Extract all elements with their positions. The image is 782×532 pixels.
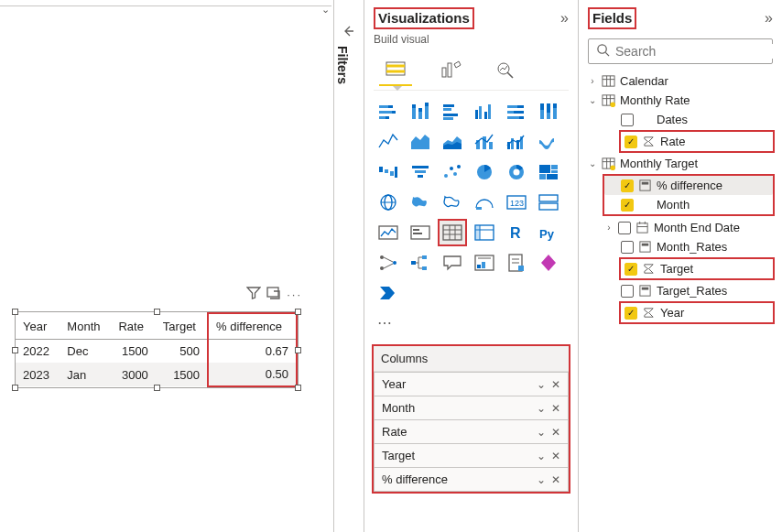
field-dates[interactable]: Dates: [584, 110, 777, 129]
viz-card-icon[interactable]: 123: [502, 189, 531, 216]
field-month-end-date[interactable]: › Month End Date: [584, 218, 777, 237]
expand-left-icon[interactable]: [342, 24, 356, 41]
collapse-icon[interactable]: ⌄: [588, 95, 597, 105]
viz-ribbon-icon[interactable]: [534, 128, 563, 156]
col-month[interactable]: Month: [60, 313, 111, 340]
field-well-item[interactable]: Year⌄✕: [374, 372, 569, 396]
svg-point-56: [453, 172, 457, 176]
col-pct-difference[interactable]: % difference: [208, 313, 297, 340]
col-year[interactable]: Year: [16, 313, 60, 340]
col-rate[interactable]: Rate: [111, 313, 155, 340]
field-target-rates[interactable]: Target_Rates: [584, 281, 777, 300]
viz-stacked-column-icon[interactable]: [406, 98, 435, 125]
viz-azure-map-icon[interactable]: [438, 189, 467, 216]
collapse-pane-icon[interactable]: [560, 10, 569, 27]
field-pct-difference[interactable]: ✓ % difference: [604, 176, 773, 195]
viz-line-clustered-column-icon[interactable]: [502, 128, 531, 156]
cell-target: 1500: [156, 363, 208, 386]
report-canvas[interactable]: ⌄ ··· Year Month Rate Target % differenc…: [0, 0, 331, 532]
collapse-icon[interactable]: ⌄: [588, 158, 597, 168]
tab-analytics[interactable]: [489, 53, 522, 86]
viz-filled-map-icon[interactable]: [406, 189, 435, 216]
viz-line-icon[interactable]: [374, 128, 403, 156]
table-node-calendar[interactable]: › Calendar: [584, 71, 777, 91]
field-month-rates[interactable]: Month_Rates: [584, 237, 777, 256]
table-node-monthly-rate[interactable]: ⌄ Monthly Rate: [584, 91, 777, 110]
remove-field-icon[interactable]: ✕: [551, 450, 560, 462]
chevron-down-icon[interactable]: ⌄: [537, 426, 546, 439]
table-node-monthly-target[interactable]: ⌄ Monthly Target: [584, 154, 777, 173]
viz-key-influencers-icon[interactable]: [374, 249, 403, 277]
viz-gauge-icon[interactable]: [470, 189, 499, 216]
viz-stacked-area-icon[interactable]: [438, 128, 467, 156]
remove-field-icon[interactable]: ✕: [551, 473, 560, 486]
canvas-chevron-down-icon[interactable]: ⌄: [321, 4, 330, 16]
viz-waterfall-icon[interactable]: [374, 158, 403, 186]
field-well-item[interactable]: Rate⌄✕: [374, 420, 569, 444]
viz-clustered-column-icon[interactable]: [470, 98, 499, 125]
tab-build-visual[interactable]: [379, 53, 412, 86]
viz-smart-narrative-icon[interactable]: [470, 249, 499, 277]
more-visuals-icon[interactable]: ⋯: [377, 314, 393, 331]
more-options-icon[interactable]: ···: [287, 288, 302, 301]
remove-field-icon[interactable]: ✕: [551, 426, 560, 439]
col-target[interactable]: Target: [156, 313, 208, 340]
viz-100-stacked-bar-icon[interactable]: [502, 98, 531, 125]
viz-matrix-icon[interactable]: [470, 219, 499, 246]
field-well-item[interactable]: Target⌄✕: [374, 444, 569, 468]
viz-100-stacked-column-icon[interactable]: [534, 98, 563, 125]
viz-line-stacked-column-icon[interactable]: [470, 128, 499, 156]
viz-kpi-icon[interactable]: [374, 219, 403, 246]
field-year[interactable]: ✓ Year: [619, 301, 775, 324]
viz-py-visual-icon[interactable]: Py: [534, 219, 563, 246]
field-checkbox[interactable]: ✓: [625, 136, 637, 148]
table-visual[interactable]: ··· Year Month Rate Target % difference: [15, 311, 299, 388]
search-input[interactable]: [615, 44, 776, 59]
viz-multirow-card-icon[interactable]: [534, 189, 563, 216]
viz-power-apps-icon[interactable]: [534, 249, 563, 277]
remove-field-icon[interactable]: ✕: [551, 402, 560, 415]
collapse-pane-icon[interactable]: [765, 10, 773, 27]
field-well-item[interactable]: Month⌄✕: [374, 396, 569, 420]
viz-qna-icon[interactable]: [438, 249, 467, 277]
filters-pane-collapsed[interactable]: Filters: [333, 0, 364, 532]
viz-stacked-bar-icon[interactable]: [374, 98, 403, 125]
field-checkbox[interactable]: [621, 114, 634, 126]
filter-icon[interactable]: [246, 286, 261, 303]
viz-map-icon[interactable]: [374, 189, 403, 216]
field-checkbox[interactable]: [621, 285, 634, 298]
fields-search[interactable]: [588, 38, 773, 64]
viz-donut-icon[interactable]: [502, 158, 531, 186]
field-checkbox[interactable]: [621, 241, 634, 254]
remove-field-icon[interactable]: ✕: [551, 378, 560, 391]
field-checkbox[interactable]: ✓: [625, 263, 637, 276]
field-checkbox[interactable]: ✓: [621, 179, 634, 192]
viz-table-icon[interactable]: [438, 219, 467, 246]
chevron-down-icon[interactable]: ⌄: [537, 473, 546, 486]
tab-format-visual[interactable]: [434, 53, 467, 86]
viz-r-visual-icon[interactable]: R: [502, 219, 531, 246]
field-month[interactable]: ✓ Month: [604, 195, 773, 214]
viz-treemap-icon[interactable]: [534, 158, 563, 186]
expand-icon[interactable]: ›: [604, 223, 614, 233]
field-well-item[interactable]: % difference⌄✕: [374, 468, 569, 492]
viz-pie-icon[interactable]: [470, 158, 499, 186]
field-checkbox[interactable]: [618, 222, 631, 234]
field-target[interactable]: ✓ Target: [619, 257, 775, 280]
viz-slicer-icon[interactable]: [406, 219, 435, 246]
viz-decomposition-tree-icon[interactable]: [406, 249, 435, 277]
viz-clustered-bar-icon[interactable]: [438, 98, 467, 125]
viz-funnel-icon[interactable]: [406, 158, 435, 186]
chevron-down-icon[interactable]: ⌄: [537, 402, 546, 415]
viz-area-icon[interactable]: [406, 128, 435, 156]
field-checkbox[interactable]: ✓: [621, 199, 634, 212]
chevron-down-icon[interactable]: ⌄: [537, 450, 546, 462]
expand-icon[interactable]: ›: [588, 76, 597, 86]
viz-power-automate-icon[interactable]: [374, 279, 403, 307]
viz-paginated-report-icon[interactable]: [502, 249, 531, 277]
chevron-down-icon[interactable]: ⌄: [537, 378, 546, 391]
focus-mode-icon[interactable]: [266, 286, 281, 303]
viz-scatter-icon[interactable]: [438, 158, 467, 186]
field-checkbox[interactable]: ✓: [625, 307, 637, 320]
field-rate[interactable]: ✓ Rate: [619, 130, 775, 153]
